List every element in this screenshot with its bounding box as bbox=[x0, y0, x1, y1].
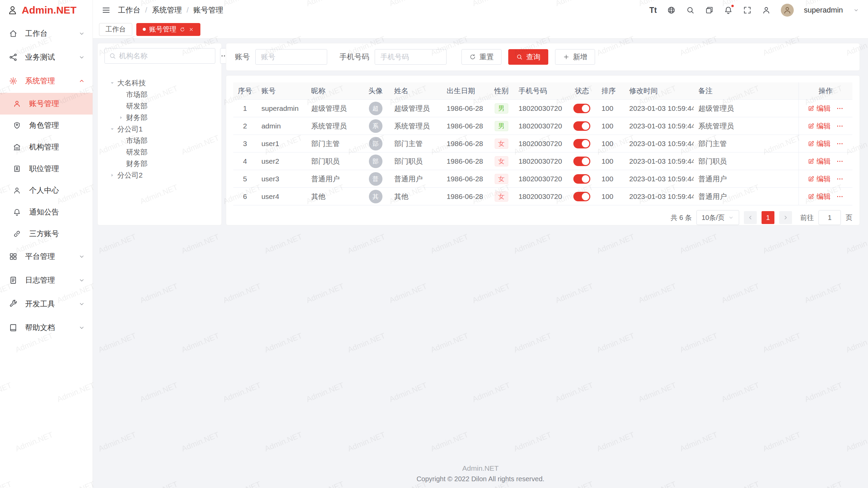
sidebar-item-position-manage[interactable]: 职位管理 bbox=[0, 158, 93, 180]
tree-node[interactable]: 大名科技 bbox=[104, 77, 215, 89]
sidebar-item-role-manage[interactable]: 角色管理 bbox=[0, 115, 93, 136]
cell-remark: 部门主管 bbox=[694, 135, 799, 152]
row-more-button[interactable] bbox=[836, 175, 844, 183]
username[interactable]: superadmin bbox=[804, 6, 843, 15]
org-search-input[interactable] bbox=[119, 52, 211, 60]
cell-remark: 系统管理员 bbox=[694, 117, 799, 135]
tab-label: 账号管理 bbox=[149, 25, 176, 34]
page-number-button[interactable]: 1 bbox=[762, 211, 774, 224]
sidebar-item-business-test[interactable]: 业务测试 bbox=[0, 45, 93, 69]
sidebar-item-system-manage[interactable]: 系统管理 bbox=[0, 69, 93, 93]
profile-icon[interactable] bbox=[762, 6, 771, 15]
row-more-button[interactable] bbox=[836, 158, 844, 165]
sidebar-item-org-manage[interactable]: 机构管理 bbox=[0, 136, 93, 158]
add-button[interactable]: 新增 bbox=[555, 49, 595, 65]
breadcrumb-item[interactable]: 工作台 bbox=[118, 5, 140, 15]
page-size-value: 10条/页 bbox=[702, 213, 725, 222]
row-more-button[interactable] bbox=[836, 193, 844, 200]
user-icon bbox=[13, 100, 24, 108]
row-more-button[interactable] bbox=[836, 105, 844, 112]
status-toggle[interactable] bbox=[573, 104, 590, 113]
watermark-text: Admin.NET bbox=[139, 381, 179, 404]
reset-button[interactable]: 重置 bbox=[461, 49, 501, 65]
sidebar-item-workbench[interactable]: 工作台 bbox=[0, 22, 93, 45]
cell-birth: 1986-06-28 bbox=[442, 117, 489, 135]
collapse-menu-button[interactable] bbox=[102, 6, 111, 15]
edit-button[interactable]: 编辑 bbox=[808, 192, 831, 201]
sidebar-item-log-manage[interactable]: 日志管理 bbox=[0, 268, 93, 292]
sidebar-item-platform-manage[interactable]: 平台管理 bbox=[0, 245, 93, 268]
fullscreen-icon[interactable] bbox=[743, 6, 752, 15]
cell-status bbox=[567, 170, 597, 187]
sidebar-item-dev-tools[interactable]: 开发工具 bbox=[0, 292, 93, 316]
sidebar-item-notice[interactable]: 通知公告 bbox=[0, 201, 93, 223]
cell-phone: 18020030720 bbox=[514, 152, 567, 170]
tree-node[interactable]: 分公司2 bbox=[104, 169, 215, 181]
sidebar-item-help-docs[interactable]: 帮助文档 bbox=[0, 316, 93, 340]
watermark-text: Admin.NET bbox=[97, 331, 137, 354]
account-input[interactable] bbox=[255, 49, 327, 65]
edit-label: 编辑 bbox=[816, 157, 831, 166]
status-toggle[interactable] bbox=[573, 192, 590, 201]
breadcrumb-item[interactable]: 系统管理 bbox=[152, 5, 182, 15]
breadcrumb-item[interactable]: 账号管理 bbox=[193, 5, 223, 15]
plus-icon bbox=[563, 54, 570, 60]
row-more-button[interactable] bbox=[836, 122, 844, 130]
tab-account-manage[interactable]: 账号管理 bbox=[136, 23, 200, 36]
cell-order: 100 bbox=[597, 100, 625, 117]
status-toggle[interactable] bbox=[573, 121, 590, 131]
tab-close-icon[interactable] bbox=[189, 27, 194, 32]
edit-button[interactable]: 编辑 bbox=[808, 104, 831, 113]
cell-account: user1 bbox=[257, 135, 307, 152]
user-avatar[interactable] bbox=[781, 4, 794, 17]
edit-label: 编辑 bbox=[816, 104, 831, 113]
tree-node[interactable]: 财务部 bbox=[104, 112, 215, 123]
row-more-button[interactable] bbox=[836, 140, 844, 147]
column-header-ops: 操作 bbox=[798, 82, 852, 99]
status-toggle[interactable] bbox=[573, 139, 590, 148]
language-globe-icon[interactable] bbox=[667, 6, 676, 15]
notification-bell-button[interactable] bbox=[724, 6, 733, 15]
sidebar-item-third-account[interactable]: 三方账号 bbox=[0, 223, 93, 245]
cell-nick: 系统管理员 bbox=[307, 117, 362, 135]
footer-copyright: Copyright © 2022 Dilon All rights reserv… bbox=[93, 475, 868, 483]
tree-node[interactable]: 市场部 bbox=[104, 135, 215, 146]
cell-birth: 1986-06-28 bbox=[442, 170, 489, 187]
caret-right-icon bbox=[108, 172, 116, 178]
font-size-icon[interactable]: Tt bbox=[649, 6, 657, 15]
tree-node[interactable]: 研发部 bbox=[104, 146, 215, 158]
log-icon bbox=[9, 276, 20, 285]
tree-node[interactable]: 分公司1 bbox=[104, 123, 215, 135]
cell-time: 2023-01-03 10:59:44 bbox=[625, 135, 694, 152]
edit-button[interactable]: 编辑 bbox=[808, 121, 831, 131]
sidebar-item-personal-center[interactable]: 个人中心 bbox=[0, 180, 93, 201]
tree-node[interactable]: 财务部 bbox=[104, 158, 215, 169]
theme-icon[interactable] bbox=[705, 6, 714, 15]
tab-workbench[interactable]: 工作台 bbox=[99, 23, 132, 36]
cell-order: 100 bbox=[597, 117, 625, 135]
chevron-down-icon[interactable] bbox=[853, 7, 859, 13]
tree-node[interactable]: 研发部 bbox=[104, 100, 215, 112]
next-page-button[interactable] bbox=[779, 211, 792, 224]
page-size-select[interactable]: 10条/页 bbox=[696, 210, 739, 225]
tree-node[interactable]: 市场部 bbox=[104, 89, 215, 100]
search-icon[interactable] bbox=[686, 6, 695, 15]
brand[interactable]: Admin.NET bbox=[0, 0, 93, 20]
status-toggle[interactable] bbox=[573, 157, 590, 166]
search-button[interactable]: 查询 bbox=[508, 49, 548, 65]
prev-page-button[interactable] bbox=[744, 211, 757, 224]
tab-refresh-icon[interactable] bbox=[180, 27, 185, 32]
cell-ops: 编辑 bbox=[798, 135, 852, 152]
cell-status bbox=[567, 135, 597, 152]
edit-button[interactable]: 编辑 bbox=[808, 157, 831, 166]
goto-page-input[interactable] bbox=[818, 210, 841, 225]
status-toggle[interactable] bbox=[573, 174, 590, 184]
sidebar-item-account-manage[interactable]: 账号管理 bbox=[0, 93, 93, 115]
edit-button[interactable]: 编辑 bbox=[808, 139, 831, 148]
edit-button[interactable]: 编辑 bbox=[808, 174, 831, 184]
sidebar-item-label: 日志管理 bbox=[25, 275, 78, 285]
table-row: 2admin系统管理员系系统管理员1986-06-28男180200307201… bbox=[233, 117, 852, 135]
org-search-box[interactable] bbox=[104, 48, 215, 64]
phone-input[interactable] bbox=[375, 49, 447, 65]
cell-birth: 1986-06-28 bbox=[442, 188, 489, 205]
